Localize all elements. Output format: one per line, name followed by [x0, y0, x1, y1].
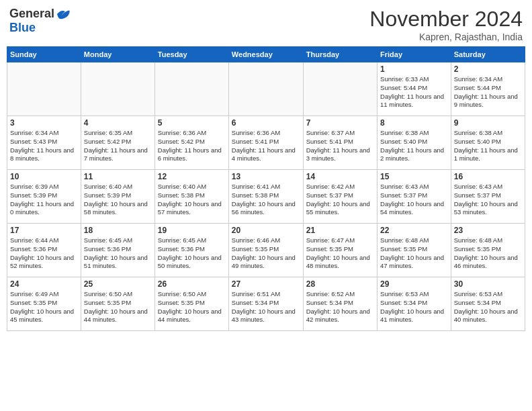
calendar-cell: 24Sunrise: 6:49 AM Sunset: 5:35 PM Dayli… — [7, 277, 81, 331]
logo-general-text: General — [9, 7, 54, 21]
day-number: 2 — [454, 64, 522, 74]
calendar-cell: 30Sunrise: 6:53 AM Sunset: 5:34 PM Dayli… — [451, 277, 525, 331]
calendar-cell: 14Sunrise: 6:42 AM Sunset: 5:37 PM Dayli… — [303, 170, 377, 224]
cell-content: Sunrise: 6:44 AM Sunset: 5:36 PM Dayligh… — [10, 236, 78, 271]
calendar-cell: 1Sunrise: 6:33 AM Sunset: 5:44 PM Daylig… — [378, 62, 451, 116]
calendar-cell — [154, 62, 228, 116]
cell-content: Sunrise: 6:41 AM Sunset: 5:38 PM Dayligh… — [232, 183, 300, 217]
day-number: 22 — [380, 226, 448, 235]
day-number: 6 — [232, 118, 300, 128]
calendar-cell: 5Sunrise: 6:36 AM Sunset: 5:42 PM Daylig… — [154, 116, 228, 170]
day-number: 18 — [84, 226, 152, 235]
day-number: 27 — [232, 279, 300, 289]
calendar-cell: 26Sunrise: 6:50 AM Sunset: 5:35 PM Dayli… — [154, 277, 228, 331]
calendar-cell: 7Sunrise: 6:37 AM Sunset: 5:41 PM Daylig… — [303, 116, 377, 170]
day-header-sunday: Sunday — [7, 47, 81, 62]
cell-content: Sunrise: 6:40 AM Sunset: 5:38 PM Dayligh… — [158, 183, 226, 217]
cell-content: Sunrise: 6:49 AM Sunset: 5:35 PM Dayligh… — [10, 290, 78, 324]
calendar-cell: 23Sunrise: 6:48 AM Sunset: 5:35 PM Dayli… — [451, 224, 525, 277]
calendar-cell: 19Sunrise: 6:45 AM Sunset: 5:36 PM Dayli… — [154, 224, 228, 277]
calendar-cell: 22Sunrise: 6:48 AM Sunset: 5:35 PM Dayli… — [378, 224, 451, 277]
day-number: 23 — [454, 226, 522, 235]
cell-content: Sunrise: 6:43 AM Sunset: 5:37 PM Dayligh… — [380, 183, 448, 217]
calendar-cell: 20Sunrise: 6:46 AM Sunset: 5:35 PM Dayli… — [228, 224, 303, 277]
cell-content: Sunrise: 6:47 AM Sunset: 5:35 PM Dayligh… — [306, 236, 374, 271]
calendar-cell: 10Sunrise: 6:39 AM Sunset: 5:39 PM Dayli… — [7, 170, 81, 224]
calendar-cell: 9Sunrise: 6:38 AM Sunset: 5:40 PM Daylig… — [451, 116, 525, 170]
day-number: 25 — [84, 279, 152, 289]
logo: General Blue — [9, 7, 71, 35]
calendar-cell — [303, 62, 377, 116]
cell-content: Sunrise: 6:33 AM Sunset: 5:44 PM Dayligh… — [380, 75, 448, 109]
title-block: November 2024 Kapren, Rajasthan, India — [369, 7, 523, 42]
day-header-tuesday: Tuesday — [154, 47, 228, 62]
cell-content: Sunrise: 6:36 AM Sunset: 5:41 PM Dayligh… — [232, 129, 300, 163]
day-number: 19 — [158, 226, 226, 235]
cell-content: Sunrise: 6:38 AM Sunset: 5:40 PM Dayligh… — [454, 129, 522, 163]
day-number: 1 — [380, 64, 448, 74]
calendar-week-1: 1Sunrise: 6:33 AM Sunset: 5:44 PM Daylig… — [7, 62, 525, 116]
day-number: 16 — [454, 172, 522, 181]
cell-content: Sunrise: 6:53 AM Sunset: 5:34 PM Dayligh… — [454, 290, 522, 324]
calendar-cell: 28Sunrise: 6:52 AM Sunset: 5:34 PM Dayli… — [303, 277, 377, 331]
day-number: 13 — [232, 172, 300, 181]
cell-content: Sunrise: 6:39 AM Sunset: 5:39 PM Dayligh… — [10, 183, 78, 217]
calendar-cell: 25Sunrise: 6:50 AM Sunset: 5:35 PM Dayli… — [81, 277, 154, 331]
cell-content: Sunrise: 6:38 AM Sunset: 5:40 PM Dayligh… — [380, 129, 448, 163]
day-number: 8 — [380, 118, 448, 128]
calendar-cell: 29Sunrise: 6:53 AM Sunset: 5:34 PM Dayli… — [378, 277, 451, 331]
day-header-thursday: Thursday — [303, 47, 377, 62]
day-number: 29 — [380, 279, 448, 289]
cell-content: Sunrise: 6:42 AM Sunset: 5:37 PM Dayligh… — [306, 183, 374, 217]
cell-content: Sunrise: 6:43 AM Sunset: 5:37 PM Dayligh… — [454, 183, 522, 217]
cell-content: Sunrise: 6:40 AM Sunset: 5:39 PM Dayligh… — [84, 183, 152, 217]
calendar-cell: 11Sunrise: 6:40 AM Sunset: 5:39 PM Dayli… — [81, 170, 154, 224]
day-number: 5 — [158, 118, 226, 128]
day-number: 15 — [380, 172, 448, 181]
day-header-monday: Monday — [81, 47, 154, 62]
cell-content: Sunrise: 6:34 AM Sunset: 5:43 PM Dayligh… — [10, 129, 78, 163]
day-number: 7 — [306, 118, 374, 128]
cell-content: Sunrise: 6:46 AM Sunset: 5:35 PM Dayligh… — [232, 236, 300, 271]
calendar-week-2: 3Sunrise: 6:34 AM Sunset: 5:43 PM Daylig… — [7, 116, 525, 170]
cell-content: Sunrise: 6:48 AM Sunset: 5:35 PM Dayligh… — [454, 236, 522, 271]
calendar-cell: 27Sunrise: 6:51 AM Sunset: 5:34 PM Dayli… — [228, 277, 303, 331]
cell-content: Sunrise: 6:53 AM Sunset: 5:34 PM Dayligh… — [380, 290, 448, 324]
calendar-cell: 16Sunrise: 6:43 AM Sunset: 5:37 PM Dayli… — [451, 170, 525, 224]
calendar-cell: 13Sunrise: 6:41 AM Sunset: 5:38 PM Dayli… — [228, 170, 303, 224]
day-number: 24 — [10, 279, 78, 289]
cell-content: Sunrise: 6:34 AM Sunset: 5:44 PM Dayligh… — [454, 75, 522, 109]
header-row: SundayMondayTuesdayWednesdayThursdayFrid… — [7, 47, 525, 62]
calendar-cell: 17Sunrise: 6:44 AM Sunset: 5:36 PM Dayli… — [7, 224, 81, 277]
logo-blue-text: Blue — [9, 21, 36, 35]
day-number: 21 — [306, 226, 374, 235]
calendar-week-4: 17Sunrise: 6:44 AM Sunset: 5:36 PM Dayli… — [7, 224, 525, 277]
calendar-cell: 4Sunrise: 6:35 AM Sunset: 5:42 PM Daylig… — [81, 116, 154, 170]
calendar-cell: 18Sunrise: 6:45 AM Sunset: 5:36 PM Dayli… — [81, 224, 154, 277]
calendar-body: 1Sunrise: 6:33 AM Sunset: 5:44 PM Daylig… — [7, 62, 525, 331]
cell-content: Sunrise: 6:51 AM Sunset: 5:34 PM Dayligh… — [232, 290, 300, 324]
cell-content: Sunrise: 6:50 AM Sunset: 5:35 PM Dayligh… — [158, 290, 226, 324]
calendar-cell: 6Sunrise: 6:36 AM Sunset: 5:41 PM Daylig… — [228, 116, 303, 170]
cell-content: Sunrise: 6:37 AM Sunset: 5:41 PM Dayligh… — [306, 129, 374, 163]
day-number: 30 — [454, 279, 522, 289]
day-number: 4 — [84, 118, 152, 128]
logo-bird-icon — [56, 8, 71, 20]
calendar-table: SundayMondayTuesdayWednesdayThursdayFrid… — [7, 46, 525, 331]
day-number: 10 — [10, 172, 78, 181]
calendar-cell — [7, 62, 81, 116]
calendar-cell: 15Sunrise: 6:43 AM Sunset: 5:37 PM Dayli… — [378, 170, 451, 224]
day-number: 12 — [158, 172, 226, 181]
calendar-cell: 3Sunrise: 6:34 AM Sunset: 5:43 PM Daylig… — [7, 116, 81, 170]
location-subtitle: Kapren, Rajasthan, India — [369, 32, 523, 42]
calendar-cell: 21Sunrise: 6:47 AM Sunset: 5:35 PM Dayli… — [303, 224, 377, 277]
day-number: 3 — [10, 118, 78, 128]
cell-content: Sunrise: 6:35 AM Sunset: 5:42 PM Dayligh… — [84, 129, 152, 163]
month-title: November 2024 — [369, 7, 523, 32]
calendar-cell: 8Sunrise: 6:38 AM Sunset: 5:40 PM Daylig… — [378, 116, 451, 170]
day-number: 14 — [306, 172, 374, 181]
cell-content: Sunrise: 6:50 AM Sunset: 5:35 PM Dayligh… — [84, 290, 152, 324]
calendar-cell: 12Sunrise: 6:40 AM Sunset: 5:38 PM Dayli… — [154, 170, 228, 224]
day-header-friday: Friday — [378, 47, 451, 62]
day-number: 9 — [454, 118, 522, 128]
